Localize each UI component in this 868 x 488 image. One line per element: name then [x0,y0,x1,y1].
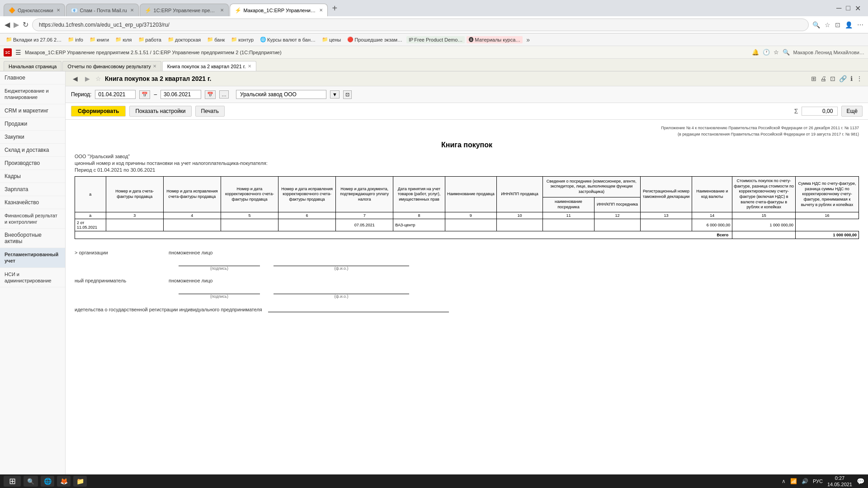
sidebar-item-hr[interactable]: Кадры [0,170,65,183]
bookmark-info[interactable]: 📁 info [66,36,85,43]
form-button[interactable]: Сформировать [71,106,126,117]
tab-favicon: 🔶 [9,7,15,14]
bookmark-bank[interactable]: 📁 банк [205,36,227,43]
hamburger-icon[interactable]: ☰ [15,49,21,56]
user-info[interactable]: Макаров Леонид Михайлови… [793,50,864,55]
bookmark-books[interactable]: 📁 книги [87,36,111,43]
sum-value: 0,00 [802,107,838,116]
doc-print-icon[interactable]: 🖨 [820,75,826,82]
bookmark-kontur[interactable]: 📁 контур [229,36,256,43]
forward-button[interactable]: ▶ [14,20,19,29]
maximize-button[interactable]: □ [846,4,850,12]
col-12-header: ИНН/КПП посредника [594,197,641,212]
sidebar-item-purchases[interactable]: Закупки [0,131,65,144]
tab-purchase-book-close[interactable]: ✕ [248,64,251,69]
print-button[interactable]: Печать [195,106,225,117]
org-select-button[interactable]: ⊡ [343,90,352,99]
sync-icon[interactable]: ⊡ [835,21,840,28]
sidebar-item-financial[interactable]: Финансовый результат и контроллинг [0,209,65,229]
sidebar-item-salary[interactable]: Зарплата [0,183,65,196]
home-tab[interactable]: Начальная страница [4,61,61,71]
address-input[interactable] [32,19,809,31]
bookmark-demo[interactable]: IP Free Product Demo… [406,36,465,43]
profile-icon[interactable]: 👤 [845,21,853,28]
forward-doc-button[interactable]: ▶ [83,74,92,83]
doc-link-button[interactable]: 🔗 [839,75,847,82]
volume-icon[interactable]: 🔊 [802,478,808,484]
org-dropdown-button[interactable]: ▼ [330,90,340,99]
date-to-input[interactable] [160,90,201,99]
bookmark-currency[interactable]: 🌐 Курсы валют в бан… [258,36,318,43]
sidebar-item-budget[interactable]: Бюджетирование и планирование [0,84,65,104]
taskbar-up-arrow[interactable]: ∧ [782,478,786,484]
sidebar-item-production[interactable]: Производство [0,157,65,170]
tab-favicon: ⚡ [145,7,151,14]
tab-label: 1С:ERP Управление предприяти… [154,8,217,13]
bookmark-folder-1[interactable]: 📁 Вкладки из 27.06 2… [4,36,64,43]
sidebar-item-nsi[interactable]: НСИ и администрирование [0,268,65,288]
settings-button[interactable]: Показать настройки [129,106,191,117]
sidebar-item-treasury[interactable]: Казначейство [0,196,65,209]
doc-copy-button[interactable]: ⊡ [830,75,835,82]
tab-1c-erp[interactable]: ⚡ 1С:ERP Управление предприяти… ✕ [140,4,229,16]
minimize-button[interactable]: ─ [836,4,841,12]
back-doc-button[interactable]: ◀ [71,74,80,83]
bookmarks-more[interactable]: » [524,35,532,44]
notification-icon[interactable]: 🔔 [752,49,759,56]
sidebar-item-glavnoe[interactable]: Главное [0,71,65,84]
doc-info-button[interactable]: ℹ [850,75,853,82]
tab-reports[interactable]: Отчеты по финансовому результату ✕ [62,61,161,71]
more-button[interactable]: Ещё [841,106,863,117]
taskbar-app-explorer[interactable]: 📁 [73,476,87,487]
col-3-header: Номер и дата счета-фактуры продавца [106,177,163,212]
tab-close[interactable]: ✕ [57,8,60,13]
sidebar-item-noncurrent[interactable]: Внеоборотные активы [0,229,65,248]
history-icon[interactable]: 🕐 [763,49,770,56]
organization-input[interactable] [236,90,326,99]
doc-menu-button[interactable]: ⋮ [856,75,863,82]
bookmark-prices[interactable]: 📁 цены [320,36,343,43]
taskbar-search[interactable]: 🔍 [24,476,38,487]
taskbar-app-yandex[interactable]: 🦊 [57,476,71,487]
tab-close[interactable]: ✕ [319,8,323,13]
tab-close[interactable]: ✕ [220,8,224,13]
date-to-calendar[interactable]: 📅 [205,90,216,99]
search-app-icon[interactable]: 🔍 [783,49,790,56]
new-tab-button[interactable]: + [329,3,341,14]
search-icon[interactable]: 🔍 [812,21,820,28]
back-button[interactable]: ◀ [5,20,10,29]
lang-indicator[interactable]: РУС [813,479,823,484]
doc-grid-button[interactable]: ⊞ [811,75,816,82]
date-from-input[interactable] [95,90,136,99]
bookmark-materials[interactable]: 🅐 Материалы курса… [467,36,523,43]
sidebar-item-sales[interactable]: Продажи [0,117,65,131]
date-from-calendar[interactable]: 📅 [139,90,150,99]
bookmark-yulia[interactable]: 📁 юля [113,36,134,43]
tab-odnoklassniki[interactable]: 🔶 Одноклассники ✕ [4,4,65,16]
network-icon[interactable]: 📶 [790,478,797,484]
start-button[interactable]: ⊞ [4,476,21,487]
tab-mail[interactable]: 📧 Спам - Почта Mail.ru ✕ [66,4,139,16]
favorites-icon[interactable]: ☆ [774,49,779,56]
sidebar-item-warehouse[interactable]: Склад и доставка [0,144,65,157]
tab-reports-close[interactable]: ✕ [153,64,156,69]
sidebar-item-crm[interactable]: CRM и маркетинг [0,104,65,117]
period-settings-button[interactable]: … [219,90,229,99]
tab-close[interactable]: ✕ [130,8,134,13]
taskbar-app-edge[interactable]: 🌐 [41,476,54,487]
bookmark-doctoral[interactable]: 📁 докторская [165,36,203,43]
bookmark-work[interactable]: 📁 работа [136,36,164,43]
bookmark-icon[interactable]: ☆ [825,21,830,28]
refresh-button[interactable]: ↻ [23,20,28,29]
taskbar-notification[interactable]: 💬 [857,478,864,485]
sum-label: Σ [794,108,798,115]
menu-icon[interactable]: ⋯ [857,21,863,28]
doc-star-button[interactable]: ☆ [95,75,101,82]
taskbar-clock[interactable]: 0:27 14.05.2021 [827,475,852,488]
sidebar-item-regulated[interactable]: Регламентированный учет [0,248,65,268]
bookmark-exams[interactable]: 🔴 Прошедшие экзам… [345,36,405,43]
taskbar-system-icons: ∧ 📶 🔊 РУС 0:27 14.05.2021 💬 [782,475,864,488]
tab-makarov-active[interactable]: ⚡ Макаров_1С:ERP Управление п… ✕ [230,4,328,16]
close-button[interactable]: ✕ [855,4,861,13]
tab-purchase-book[interactable]: Книга покупок за 2 квартал 2021 г. ✕ [162,61,256,71]
